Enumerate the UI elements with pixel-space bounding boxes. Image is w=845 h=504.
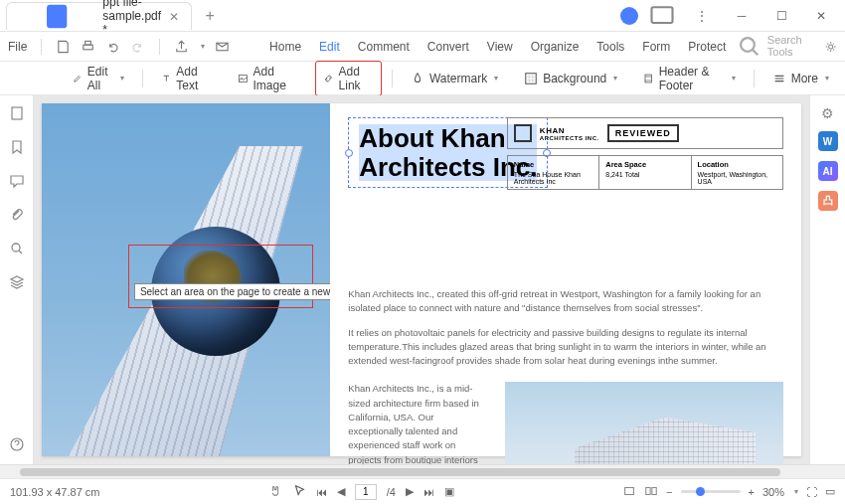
stamp-block: KHAN ARCHITECTS INC. REVIEWED NameThe Se… xyxy=(507,117,783,190)
attachments-icon[interactable] xyxy=(9,207,25,223)
paragraph-3: Khan Architects Inc., is a mid-sized arc… xyxy=(348,382,487,464)
search-icon xyxy=(736,33,762,60)
fit-width-icon[interactable] xyxy=(622,484,636,500)
pdf-icon xyxy=(19,3,94,30)
background-button[interactable]: Background▾ xyxy=(516,68,625,89)
right-sidebar: ⚙ W AI 凸 xyxy=(809,95,845,464)
svg-rect-15 xyxy=(646,487,650,494)
hand-tool-icon[interactable] xyxy=(268,484,282,500)
page-number-input[interactable] xyxy=(355,484,377,500)
zoom-out-icon[interactable]: − xyxy=(666,486,672,498)
svg-rect-11 xyxy=(12,107,22,119)
tab-protect[interactable]: Protect xyxy=(688,40,726,54)
fit-page-icon[interactable] xyxy=(644,484,658,500)
share-icon[interactable] xyxy=(174,38,189,56)
mail-icon[interactable] xyxy=(215,38,230,56)
new-tab-button[interactable]: + xyxy=(198,4,222,28)
comments-icon[interactable] xyxy=(9,173,25,189)
tab-convert[interactable]: Convert xyxy=(427,40,469,54)
search-panel-icon[interactable] xyxy=(9,241,25,256)
text-icon xyxy=(161,72,172,85)
edit-all-button[interactable]: Edit All▾ xyxy=(65,61,132,96)
minimize-button[interactable]: ─ xyxy=(726,2,758,30)
close-tab-icon[interactable]: ✕ xyxy=(169,10,179,22)
read-mode-icon[interactable]: ▭ xyxy=(825,485,835,498)
statusbar: 101.93 x 47.87 cm ⏮ ◀ /4 ▶ ⏭ ▣ − + 30%▾ … xyxy=(0,478,845,504)
more-icon xyxy=(772,72,786,85)
zoom-value: 30% xyxy=(762,486,784,498)
redo-icon[interactable] xyxy=(130,38,145,56)
resize-handle-left[interactable] xyxy=(345,149,353,157)
svg-rect-3 xyxy=(85,41,91,45)
header-footer-button[interactable]: Header & Footer▾ xyxy=(635,61,744,96)
svg-point-6 xyxy=(828,44,832,48)
fullscreen-icon[interactable]: ⛶ xyxy=(806,486,817,498)
add-image-button[interactable]: Add Image xyxy=(230,61,305,96)
help-icon[interactable] xyxy=(9,436,25,452)
share-dropdown-icon[interactable]: ▾ xyxy=(201,42,205,51)
horizontal-scrollbar[interactable] xyxy=(0,464,845,478)
add-text-button[interactable]: Add Text xyxy=(153,61,220,96)
link-icon xyxy=(323,72,334,85)
header-footer-icon xyxy=(643,72,653,85)
feedback-icon[interactable] xyxy=(646,2,678,30)
tab-view[interactable]: View xyxy=(487,40,513,54)
more-button[interactable]: More▾ xyxy=(764,68,837,89)
watermark-icon xyxy=(411,72,424,85)
add-link-button[interactable]: Add Link xyxy=(315,61,382,96)
tab-comment[interactable]: Comment xyxy=(358,40,410,54)
print-icon[interactable] xyxy=(81,38,95,56)
ai-assistant-icon[interactable]: AI xyxy=(818,161,838,181)
first-page-icon[interactable]: ⏮ xyxy=(316,486,327,498)
reviewed-badge: REVIEWED xyxy=(607,124,679,142)
svg-point-5 xyxy=(742,38,756,52)
canvas[interactable]: Select an area on the page to create a n… xyxy=(34,95,809,464)
tab-tools[interactable]: Tools xyxy=(596,40,624,54)
select-tool-icon[interactable] xyxy=(292,484,306,500)
zoom-slider[interactable] xyxy=(681,490,741,493)
last-page-icon[interactable]: ⏭ xyxy=(423,486,434,498)
svg-rect-10 xyxy=(645,75,652,83)
next-page-icon[interactable]: ▶ xyxy=(406,485,414,498)
svg-rect-9 xyxy=(526,73,537,84)
prev-page-icon[interactable]: ◀ xyxy=(337,485,345,498)
close-window-button[interactable]: ✕ xyxy=(805,2,837,30)
user-avatar[interactable] xyxy=(620,7,638,25)
ocr-icon[interactable]: 凸 xyxy=(818,191,838,211)
layers-icon[interactable] xyxy=(9,274,25,290)
tab-form[interactable]: Form xyxy=(642,40,670,54)
edit-toolbar: Edit All▾ Add Text Add Image Add Link Wa… xyxy=(0,62,845,95)
paragraph-1: Khan Architects Inc., created this off-g… xyxy=(348,287,783,316)
svg-rect-16 xyxy=(652,487,656,494)
thumbnails-icon[interactable] xyxy=(9,105,25,121)
svg-rect-2 xyxy=(84,45,92,50)
svg-point-12 xyxy=(12,244,20,252)
tab-home[interactable]: Home xyxy=(269,40,301,54)
building-image xyxy=(505,382,783,464)
paragraph-2: It relies on photovoltaic panels for ele… xyxy=(348,326,783,369)
maximize-button[interactable]: ☐ xyxy=(765,2,797,30)
save-icon[interactable] xyxy=(56,38,71,56)
page-hero-image: Select an area on the page to create a n… xyxy=(42,103,330,456)
settings-icon[interactable] xyxy=(824,39,837,55)
bookmarks-icon[interactable] xyxy=(9,139,25,155)
word-export-icon[interactable]: W xyxy=(818,131,838,151)
left-sidebar xyxy=(0,95,34,464)
properties-icon[interactable]: ⚙ xyxy=(821,105,834,121)
svg-rect-1 xyxy=(652,7,673,23)
tab-organize[interactable]: Organize xyxy=(531,40,580,54)
document-tab[interactable]: ppt file-sample.pdf * ✕ xyxy=(6,2,192,30)
svg-rect-14 xyxy=(625,487,634,494)
pdf-page: Select an area on the page to create a n… xyxy=(42,103,801,456)
undo-icon[interactable] xyxy=(105,38,120,56)
edit-icon xyxy=(73,72,83,85)
file-menu[interactable]: File xyxy=(8,40,27,54)
page-jump-icon[interactable]: ▣ xyxy=(444,485,454,498)
zoom-in-icon[interactable]: + xyxy=(749,486,755,498)
background-icon xyxy=(524,72,538,85)
watermark-button[interactable]: Watermark▾ xyxy=(403,68,506,89)
search-tools[interactable]: Search Tools xyxy=(736,33,801,60)
cursor-coords: 101.93 x 47.87 cm xyxy=(10,486,100,498)
menu-dots-icon[interactable]: ⋮ xyxy=(686,2,718,30)
tab-edit[interactable]: Edit xyxy=(319,40,340,54)
